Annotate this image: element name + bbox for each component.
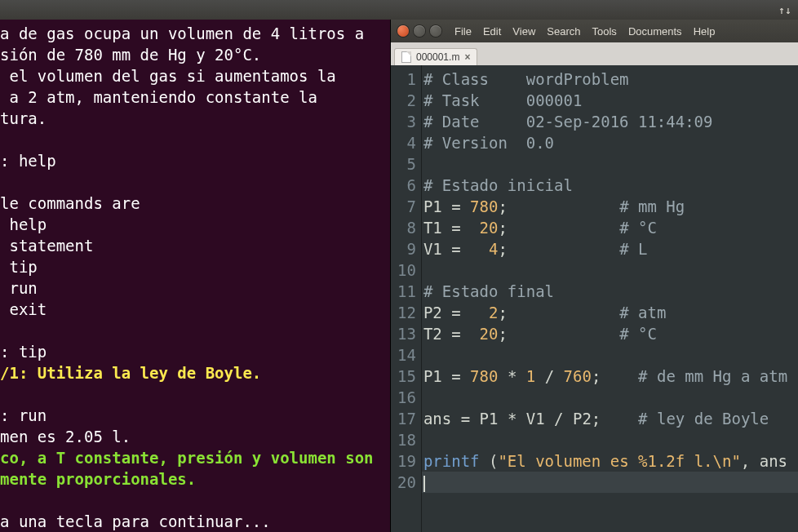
code-line: printf ("El volumen es %1.2f l.\n", ans (423, 450, 798, 472)
terminal-line: men es 2.05 l. (0, 426, 390, 447)
line-number: 19 (397, 450, 416, 472)
line-number: 16 (397, 387, 416, 408)
menu-edit[interactable]: Edit (483, 25, 501, 38)
line-number: 3 (397, 111, 416, 132)
code-line: # Version 0.0 (423, 132, 798, 153)
line-number: 2 (397, 90, 416, 111)
line-number: 13 (397, 323, 416, 344)
tab-close-icon[interactable]: × (464, 51, 470, 63)
terminal-line: a de gas ocupa un volumen de 4 litros a (0, 23, 390, 44)
menu-help[interactable]: Help (694, 25, 716, 38)
terminal-line: a una tecla para continuar... (0, 511, 390, 532)
editor-menu: FileEditViewSearchToolsDocumentsHelp (454, 25, 715, 38)
code-area[interactable]: 1234567891011121314151617181920 # Class … (391, 65, 798, 532)
terminal-line (0, 320, 390, 341)
terminal-line: : tip (0, 341, 390, 362)
line-number: 17 (397, 408, 416, 429)
menu-file[interactable]: File (454, 25, 472, 38)
line-number: 15 (397, 366, 416, 387)
top-panel: ↑↓ (0, 0, 798, 20)
code-line (423, 429, 798, 450)
code-line (423, 153, 798, 175)
line-number: 20 (397, 472, 416, 493)
code-line (423, 344, 798, 366)
terminal-line: /1: Utiliza la ley de Boyle. (0, 362, 390, 383)
code-line: # Class wordProblem (423, 69, 798, 90)
menu-view[interactable]: View (512, 25, 535, 38)
terminal-line: tura. (0, 108, 390, 129)
line-number: 12 (397, 302, 416, 323)
menu-search[interactable]: Search (547, 25, 580, 38)
line-number: 14 (397, 344, 416, 366)
terminal-line: co, a T constante, presión y volumen son (0, 447, 390, 468)
line-number: 9 (397, 238, 416, 259)
terminal-line: a 2 atm, manteniendo constante la (0, 86, 390, 108)
terminal-line: help (0, 214, 390, 235)
terminal-line: tip (0, 256, 390, 277)
terminal-line (0, 490, 390, 511)
terminal-window[interactable]: a de gas ocupa un volumen de 4 litros as… (0, 20, 390, 532)
caret-icon (423, 476, 425, 492)
network-indicator-icon[interactable]: ↑↓ (778, 4, 791, 16)
terminal-line: : help (0, 150, 390, 171)
terminal-line (0, 171, 390, 193)
menu-tools[interactable]: Tools (592, 25, 617, 38)
code-line: P1 = 780; # mm Hg (423, 196, 798, 217)
line-number: 8 (397, 217, 416, 238)
editor-window: FileEditViewSearchToolsDocumentsHelp 000… (390, 20, 798, 532)
maximize-icon[interactable] (430, 25, 441, 37)
terminal-line: mente proporcionales. (0, 468, 390, 490)
code-line: T1 = 20; # °C (423, 217, 798, 238)
terminal-line: sión de 780 mm de Hg y 20°C. (0, 44, 390, 65)
terminal-line: : run (0, 405, 390, 426)
line-number: 18 (397, 429, 416, 450)
line-number: 11 (397, 281, 416, 302)
line-number: 6 (397, 175, 416, 196)
code-line: T2 = 20; # °C (423, 323, 798, 344)
code-line: ans = P1 * V1 / P2; # ley de Boyle (423, 408, 798, 429)
line-number: 4 (397, 132, 416, 153)
code-line (423, 472, 798, 493)
code-line: # Task 000001 (423, 90, 798, 111)
terminal-line (0, 383, 390, 405)
code-content[interactable]: # Class wordProblem# Task 000001# Date 0… (422, 65, 798, 532)
close-icon[interactable] (397, 25, 409, 37)
code-line: P1 = 780 * 1 / 760; # de mm Hg a atm (423, 366, 798, 387)
code-line: # Date 02-Sep-2016 11:44:09 (423, 111, 798, 132)
terminal-line: statement (0, 235, 390, 256)
code-line (423, 259, 798, 281)
menu-documents[interactable]: Documents (628, 25, 682, 38)
line-number: 5 (397, 153, 416, 175)
line-number: 1 (397, 69, 416, 90)
line-number-gutter: 1234567891011121314151617181920 (391, 65, 422, 532)
tab-label: 000001.m (416, 51, 459, 63)
code-line (423, 387, 798, 408)
code-line: V1 = 4; # L (423, 238, 798, 259)
terminal-line (0, 129, 390, 150)
code-line: P2 = 2; # atm (423, 302, 798, 323)
code-line: # Estado final (423, 281, 798, 302)
editor-tabbar: 000001.m × (391, 42, 798, 65)
editor-titlebar[interactable]: FileEditViewSearchToolsDocumentsHelp (391, 20, 798, 42)
tab-000001[interactable]: 000001.m × (394, 48, 477, 65)
document-icon (401, 51, 411, 63)
terminal-line: el volumen del gas si aumentamos la (0, 65, 390, 86)
terminal-line: exit (0, 299, 390, 320)
line-number: 10 (397, 259, 416, 281)
terminal-line: run (0, 277, 390, 299)
minimize-icon[interactable] (414, 25, 425, 37)
terminal-line: le commands are (0, 193, 390, 214)
code-line: # Estado inicial (423, 175, 798, 196)
line-number: 7 (397, 196, 416, 217)
